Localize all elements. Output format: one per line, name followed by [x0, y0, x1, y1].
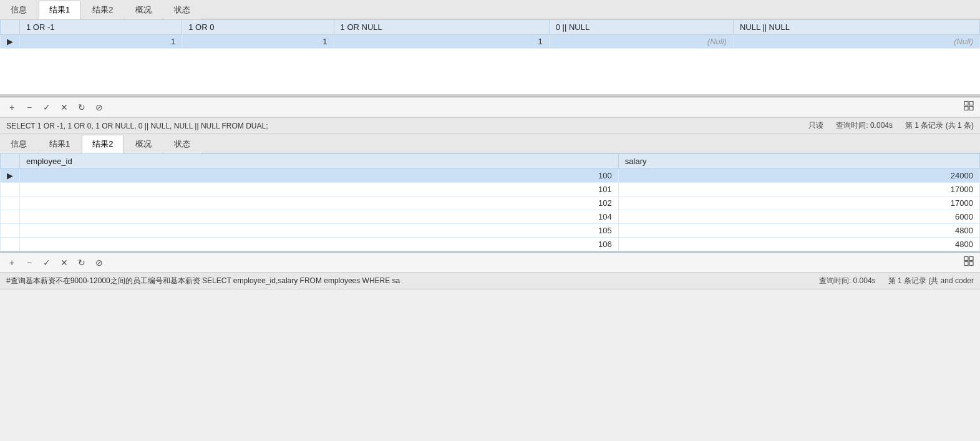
table-row[interactable]: 10217000	[1, 196, 980, 210]
bottom-sql-text: #查询基本薪资不在9000-12000之间的员工编号和基本薪资 SELECT e…	[6, 276, 807, 286]
bottom-records: 第 1 条记录 (共 and coder	[888, 276, 974, 286]
cell-r1-c1: 17000	[618, 183, 979, 196]
col-salary: salary	[618, 154, 979, 169]
svg-rect-6	[964, 262, 968, 266]
cell-r3-c1: 6000	[618, 210, 979, 224]
row-indicator	[1, 183, 20, 196]
cell-r5-c1: 4800	[618, 238, 979, 251]
cell-0null: (Null)	[549, 35, 733, 49]
col-1or-1: 1 OR -1	[20, 20, 182, 35]
row-indicator: ▶	[1, 169, 20, 183]
row-indicator	[1, 224, 20, 238]
table-row[interactable]: ▶10024000	[1, 169, 980, 183]
add-btn-top[interactable]: +	[5, 100, 19, 114]
refresh-btn-bottom[interactable]: ↻	[75, 256, 89, 269]
tab-overview-top[interactable]: 概况	[125, 1, 162, 19]
refresh-btn-top[interactable]: ↻	[75, 100, 89, 114]
tab-overview-bottom[interactable]: 概况	[125, 135, 162, 153]
tab-status-bottom[interactable]: 状态	[163, 135, 201, 153]
tab-info-top[interactable]: 信息	[0, 1, 37, 19]
bottom-result-table: employee_id salary ▶10024000101170001021…	[0, 153, 980, 251]
row-indicator	[1, 196, 20, 210]
top-query-time: 查询时间: 0.004s	[836, 120, 893, 131]
tab-info-bottom[interactable]: 信息	[0, 135, 37, 153]
col-1ornull: 1 OR NULL	[334, 20, 549, 35]
cell-nullnull: (Null)	[733, 35, 979, 49]
grid-icon-top[interactable]	[964, 101, 975, 114]
col-1or0: 1 OR 0	[182, 20, 334, 35]
top-records: 第 1 条记录 (共 1 条)	[905, 120, 974, 131]
cell-r3-c0: 104	[20, 210, 619, 224]
bottom-tab-bar: 信息 结果1 结果2 概况 状态	[0, 134, 980, 153]
tab-result2-bottom[interactable]: 结果2	[82, 135, 124, 153]
bottom-toolbar-section: + − ✓ ✕ ↻ ⊘ #查询基本薪资不在9000-12000之间的员工编号和基…	[0, 251, 980, 289]
remove-btn-top[interactable]: −	[22, 100, 36, 114]
top-result-area: 1 OR -1 1 OR 0 1 OR NULL 0 || NULL NULL …	[0, 19, 980, 94]
row-indicator	[1, 238, 20, 251]
top-tab-bar: 信息 结果1 结果2 概况 状态	[0, 0, 980, 19]
cell-r2-c0: 102	[20, 196, 619, 210]
bottom-status-bar: #查询基本薪资不在9000-12000之间的员工编号和基本薪资 SELECT e…	[0, 273, 980, 289]
cell-r2-c1: 17000	[618, 196, 979, 210]
add-btn-bottom[interactable]: +	[5, 256, 19, 269]
table-row[interactable]: 1054800	[1, 224, 980, 238]
bottom-result-area: employee_id salary ▶10024000101170001021…	[0, 153, 980, 251]
cell-1or0: 1	[182, 35, 334, 49]
cell-r0-c1: 24000	[618, 169, 979, 183]
svg-rect-4	[964, 257, 968, 261]
cancel-btn-top[interactable]: ✕	[57, 100, 71, 114]
col-nullnull: NULL || NULL	[733, 20, 979, 35]
row-indicator	[1, 210, 20, 224]
top-toolbar-section: + − ✓ ✕ ↻ ⊘ SELECT 1 OR -1, 1 OR 0, 1 OR…	[0, 96, 980, 134]
bottom-toolbar: + − ✓ ✕ ↻ ⊘	[0, 253, 980, 273]
check-btn-bottom[interactable]: ✓	[40, 256, 54, 269]
bottom-panel: 信息 结果1 结果2 概况 状态 employee_id salary ▶100…	[0, 134, 980, 251]
top-result-table: 1 OR -1 1 OR 0 1 OR NULL 0 || NULL NULL …	[0, 19, 980, 49]
tab-result1-top[interactable]: 结果1	[39, 1, 80, 19]
check-btn-top[interactable]: ✓	[40, 100, 54, 114]
cell-r4-c0: 105	[20, 224, 619, 238]
table-row[interactable]: ▶ 1 1 1 (Null) (Null)	[1, 35, 980, 49]
top-toolbar: + − ✓ ✕ ↻ ⊘	[0, 97, 980, 117]
grid-icon-bottom[interactable]	[964, 256, 975, 269]
svg-rect-7	[969, 262, 973, 266]
cell-r5-c0: 106	[20, 238, 619, 251]
tab-result1-bottom[interactable]: 结果1	[39, 135, 80, 153]
remove-btn-bottom[interactable]: −	[22, 256, 36, 269]
stop-btn-top[interactable]: ⊘	[92, 100, 106, 114]
cancel-btn-bottom[interactable]: ✕	[57, 256, 71, 269]
table-row[interactable]: 10117000	[1, 183, 980, 196]
svg-rect-2	[964, 107, 968, 110]
cell-1or-1: 1	[20, 35, 182, 49]
tab-status-top[interactable]: 状态	[163, 1, 201, 19]
col-employee-id: employee_id	[20, 154, 619, 169]
svg-rect-0	[964, 102, 968, 105]
top-panel: 信息 结果1 结果2 概况 状态 1 OR -1 1 OR 0 1 OR NUL…	[0, 0, 980, 96]
cell-r0-c0: 100	[20, 169, 619, 183]
svg-rect-5	[969, 257, 973, 261]
top-sql-text: SELECT 1 OR -1, 1 OR 0, 1 OR NULL, 0 || …	[6, 122, 796, 130]
stop-btn-bottom[interactable]: ⊘	[92, 256, 106, 269]
cell-1ornull: 1	[334, 35, 549, 49]
cell-r4-c1: 4800	[618, 224, 979, 238]
table-row[interactable]: 1046000	[1, 210, 980, 224]
top-status-bar: SELECT 1 OR -1, 1 OR 0, 1 OR NULL, 0 || …	[0, 117, 980, 133]
row-indicator: ▶	[1, 35, 20, 49]
col-0null: 0 || NULL	[549, 20, 733, 35]
svg-rect-1	[969, 102, 973, 105]
tab-result2-top[interactable]: 结果2	[82, 1, 124, 19]
table-row[interactable]: 1064800	[1, 238, 980, 251]
svg-rect-3	[969, 107, 973, 110]
top-readonly: 只读	[808, 120, 823, 131]
bottom-query-time: 查询时间: 0.004s	[819, 276, 876, 286]
cell-r1-c0: 101	[20, 183, 619, 196]
